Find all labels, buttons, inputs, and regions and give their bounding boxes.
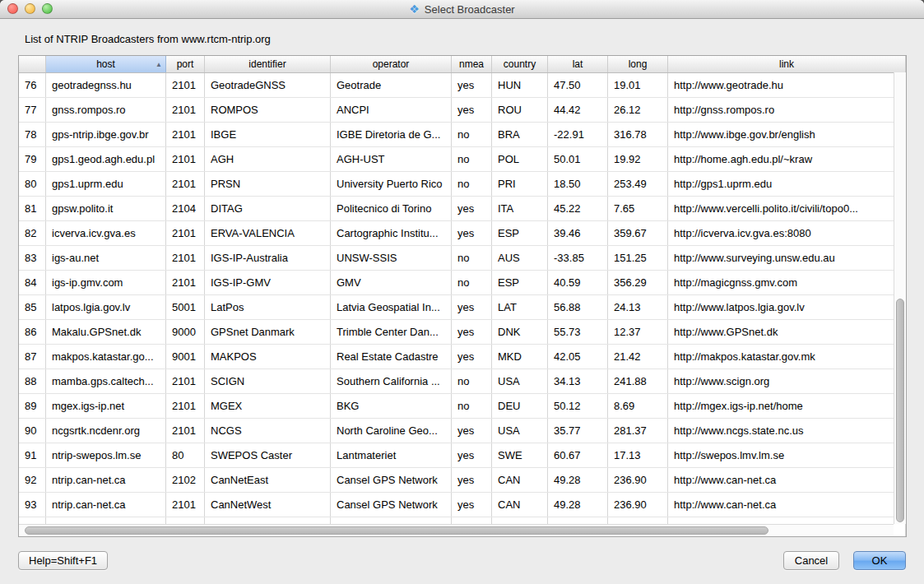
cell-row: 77 bbox=[19, 98, 46, 122]
column-label: host bbox=[96, 58, 115, 70]
cell-row: 82 bbox=[19, 221, 46, 245]
column-header-host[interactable]: host▲ bbox=[46, 56, 166, 72]
table-row[interactable]: 92ntrip.can-net.ca2102CanNetEastCansel G… bbox=[19, 468, 906, 493]
cell-long: 17.13 bbox=[608, 443, 668, 467]
table-row[interactable]: 82icverva.icv.gva.es2101ERVA-VALENCIACar… bbox=[19, 221, 906, 246]
column-header-row[interactable] bbox=[19, 56, 46, 72]
cell-lat: 55.73 bbox=[548, 320, 608, 344]
cell-port: 2101 bbox=[166, 419, 205, 443]
column-header-operator[interactable]: operator bbox=[331, 56, 452, 72]
cell-lat: 42.05 bbox=[548, 345, 608, 368]
cell-nmea: yes bbox=[452, 320, 492, 344]
cell-country: DNK bbox=[492, 320, 548, 344]
cell-nmea: yes bbox=[452, 419, 492, 443]
cell-host: ntrip-swepos.lm.se bbox=[46, 443, 166, 467]
cell-identifier: GPSnet Danmark bbox=[205, 320, 331, 344]
cell-long: 356.29 bbox=[608, 271, 668, 294]
table-row[interactable]: 90ncgsrtk.ncdenr.org2101NCGSNorth Caroli… bbox=[19, 419, 906, 443]
table-row[interactable]: 83igs-au.net2101IGS-IP-AustraliaUNSW-SSI… bbox=[19, 246, 906, 271]
cell-link: http://makpos.katastar.gov.mk bbox=[668, 345, 906, 368]
cell-country: USA bbox=[492, 419, 548, 443]
cell-row: 87 bbox=[19, 345, 46, 368]
cell-host: makpos.katastar.go... bbox=[46, 345, 166, 368]
cell-link: http://home.agh.edu.pl/~kraw bbox=[668, 147, 906, 171]
cell-lat: -22.91 bbox=[548, 123, 608, 146]
cell-operator: IGBE Diretoria de G... bbox=[331, 123, 452, 146]
column-header-identifier[interactable]: identifier bbox=[205, 56, 331, 72]
cell-lat: 60.67 bbox=[548, 443, 608, 467]
cell-link: http://www.GPSnet.dk bbox=[668, 320, 906, 344]
sort-ascending-icon: ▲ bbox=[156, 61, 162, 68]
cell-operator: Southern California ... bbox=[331, 369, 452, 393]
horizontal-scrollbar[interactable] bbox=[19, 524, 894, 536]
column-header-nmea[interactable]: nmea bbox=[452, 56, 492, 72]
vertical-scrollbar-thumb[interactable] bbox=[896, 299, 904, 523]
cell-link: http://icverva.icv.gva.es:8080 bbox=[668, 221, 906, 245]
column-header-lat[interactable]: lat bbox=[548, 56, 608, 72]
cell-long: 8.69 bbox=[608, 394, 668, 418]
ok-button[interactable]: OK bbox=[853, 551, 906, 570]
cell-nmea: yes bbox=[452, 73, 492, 97]
column-header-long[interactable]: long bbox=[608, 56, 668, 72]
table-row[interactable]: 86Makalu.GPSnet.dk9000GPSnet DanmarkTrim… bbox=[19, 320, 906, 345]
window-title: Select Broadcaster bbox=[425, 3, 515, 16]
cell-port: 2101 bbox=[166, 246, 205, 270]
cell-country: ROU bbox=[492, 98, 548, 122]
table-row[interactable]: 76geotradegnss.hu2101GeotradeGNSSGeotrad… bbox=[19, 73, 906, 98]
table-row[interactable]: 93ntrip.can-net.ca2101CanNetWestCansel G… bbox=[19, 493, 906, 517]
column-header-country[interactable]: country bbox=[492, 56, 548, 72]
cell-nmea: yes bbox=[452, 468, 492, 492]
cell-long: 241.88 bbox=[608, 369, 668, 393]
cell-nmea: no bbox=[452, 123, 492, 146]
column-header-link[interactable]: link bbox=[668, 56, 906, 72]
cell-long: 281.37 bbox=[608, 419, 668, 443]
cell-identifier: AGH bbox=[205, 147, 331, 171]
column-header-port[interactable]: port bbox=[166, 56, 205, 72]
vertical-scrollbar[interactable] bbox=[894, 72, 906, 524]
cell-row: 88 bbox=[19, 369, 46, 393]
cell-host: ntrip.can-net.ca bbox=[46, 468, 166, 492]
table-row[interactable]: 88mamba.gps.caltech...2101SCIGNSouthern … bbox=[19, 369, 906, 394]
cell-identifier: CanNetEast bbox=[205, 468, 331, 492]
table-row[interactable]: 78gps-ntrip.ibge.gov.br2101IBGEIGBE Dire… bbox=[19, 123, 906, 147]
cell-row: 78 bbox=[19, 123, 46, 146]
table-row[interactable]: 85latpos.lgia.gov.lv5001LatPosLatvia Geo… bbox=[19, 295, 906, 320]
cell-link: http://www.scign.org bbox=[668, 369, 906, 393]
table-row[interactable]: 81gpsw.polito.it2104DITAGPolitecnico di … bbox=[19, 197, 906, 221]
cancel-button[interactable]: Cancel bbox=[783, 551, 839, 570]
cell-link: http://www.ibge.gov.br/english bbox=[668, 123, 906, 146]
table-row[interactable]: 79gps1.geod.agh.edu.pl2101AGHAGH-USTnoPO… bbox=[19, 147, 906, 172]
cell-lat: 49.28 bbox=[548, 468, 608, 492]
cell-nmea: no bbox=[452, 394, 492, 418]
cell-link: http://gnss.rompos.ro bbox=[668, 98, 906, 122]
cell-lat: 56.88 bbox=[548, 295, 608, 319]
cell-identifier: MAKPOS bbox=[205, 345, 331, 368]
table-body: 76geotradegnss.hu2101GeotradeGNSSGeotrad… bbox=[19, 73, 906, 537]
cell-host: gps1.uprm.edu bbox=[46, 172, 166, 196]
table-row[interactable]: 77gnss.rompos.ro2101ROMPOSANCPIyesROU44.… bbox=[19, 98, 906, 123]
cell-host: ntrip.can-net.ca bbox=[46, 493, 166, 517]
cell-country: SWE bbox=[492, 443, 548, 467]
cell-nmea: yes bbox=[452, 443, 492, 467]
cell-identifier: IGS-IP-Australia bbox=[205, 246, 331, 270]
cell-row: 83 bbox=[19, 246, 46, 270]
cell-link: http://www.ncgs.state.nc.us bbox=[668, 419, 906, 443]
cell-country: CAN bbox=[492, 468, 548, 492]
column-label: nmea bbox=[459, 58, 484, 70]
select-broadcaster-window: ❖ Select Broadcaster List of NTRIP Broad… bbox=[0, 0, 924, 584]
horizontal-scrollbar-thumb[interactable] bbox=[25, 526, 768, 535]
cell-country: BRA bbox=[492, 123, 548, 146]
cell-row: 76 bbox=[19, 73, 46, 97]
cell-row: 80 bbox=[19, 172, 46, 196]
table-row[interactable]: 84igs-ip.gmv.com2101IGS-IP-GMVGMVnoESP40… bbox=[19, 271, 906, 295]
cell-host: Makalu.GPSnet.dk bbox=[46, 320, 166, 344]
table-row[interactable]: 87makpos.katastar.go...9001MAKPOSReal Es… bbox=[19, 345, 906, 369]
table-row[interactable]: 89mgex.igs-ip.net2101MGEXBKGnoDEU50.128.… bbox=[19, 394, 906, 419]
cell-long: 7.65 bbox=[608, 197, 668, 220]
table-row[interactable]: 80gps1.uprm.edu2101PRSNUniversity Puerto… bbox=[19, 172, 906, 197]
table-row[interactable]: 91ntrip-swepos.lm.se80SWEPOS CasterLantm… bbox=[19, 443, 906, 468]
cell-lat: 18.50 bbox=[548, 172, 608, 196]
cell-link: http://swepos.lmv.lm.se bbox=[668, 443, 906, 467]
column-label: operator bbox=[373, 58, 410, 70]
help-button[interactable]: Help=Shift+F1 bbox=[18, 551, 108, 570]
